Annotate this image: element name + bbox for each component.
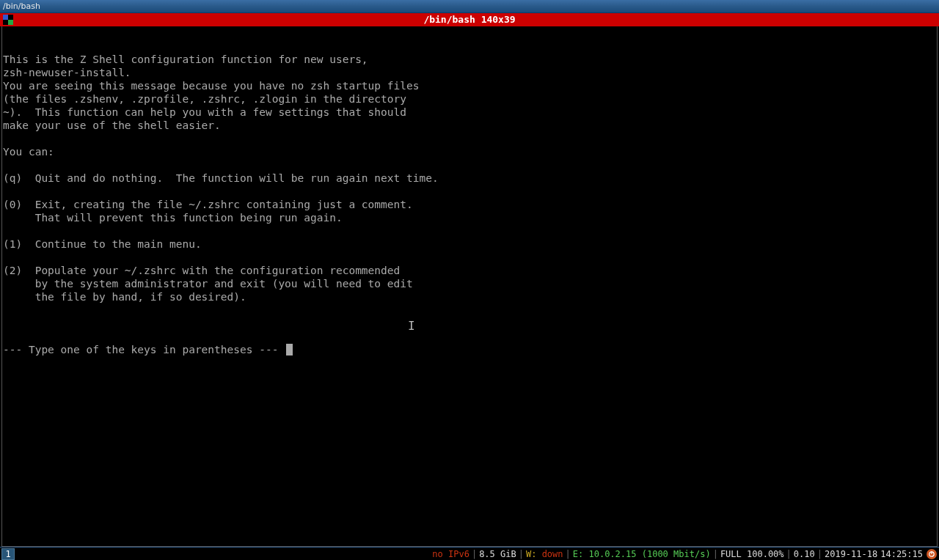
terminal-cursor — [286, 344, 293, 355]
terminal-prompt-line: --- Type one of the keys in parentheses … — [3, 343, 937, 356]
terminal-line: (q) Quit and do nothing. The function wi… — [3, 172, 937, 185]
status-date: 2019-11-18 — [823, 549, 879, 559]
terminal-line: You are seeing this message because you … — [3, 79, 937, 92]
terminal-line — [3, 185, 937, 198]
terminal-line: (1) Continue to the main menu. — [3, 237, 937, 251]
terminal-output: This is the Z Shell configuration functi… — [3, 53, 937, 317]
terminal-line: make your use of the shell easier. — [3, 119, 937, 132]
terminal-line: the file by hand, if so desired). — [3, 290, 937, 303]
statusbar: 1 no IPv6 | 8.5 GiB | W: down | E: 10.0.… — [0, 547, 939, 560]
svg-rect-3 — [3, 20, 8, 25]
terminal[interactable]: This is the Z Shell configuration functi… — [1, 26, 938, 547]
status-time: 14:25:15 — [879, 549, 924, 559]
terminal-app-icon — [1, 13, 15, 26]
svg-rect-2 — [8, 15, 13, 20]
terminal-line: ~). This function can help you with a fe… — [3, 106, 937, 119]
terminal-line — [3, 158, 937, 172]
status-disk: FULL 100.00% — [719, 549, 786, 559]
status-memory: 8.5 GiB — [478, 549, 518, 559]
status-load: 0.10 — [792, 549, 816, 559]
power-icon[interactable] — [927, 549, 937, 559]
terminal-line — [3, 251, 937, 264]
terminal-line: This is the Z Shell configuration functi… — [3, 53, 937, 66]
terminal-line: by the system administrator and exit (yo… — [3, 277, 937, 290]
terminal-titlebar[interactable]: /bin/bash 140x39 — [0, 13, 939, 26]
workspace-button-1[interactable]: 1 — [1, 548, 15, 560]
mouse-text-cursor: I — [408, 320, 415, 333]
status-ipv6: no IPv6 — [431, 549, 471, 559]
terminal-prompt: --- Type one of the keys in parentheses … — [3, 344, 285, 355]
window-title: /bin/bash — [3, 1, 40, 11]
terminal-title: /bin/bash 140x39 — [15, 13, 924, 26]
status-eth: E: 10.0.2.15 (1000 Mbit/s) — [571, 549, 712, 559]
status-wlan: W: down — [525, 549, 565, 559]
terminal-line: zsh-newuser-install. — [3, 66, 937, 79]
terminal-container: This is the Z Shell configuration functi… — [0, 26, 939, 547]
terminal-line: (0) Exit, creating the file ~/.zshrc con… — [3, 198, 937, 211]
terminal-line — [3, 224, 937, 237]
terminal-line: You can: — [3, 145, 937, 158]
terminal-line — [3, 303, 937, 317]
terminal-line: (the files .zshenv, .zprofile, .zshrc, .… — [3, 92, 937, 106]
terminal-line: That will prevent this function being ru… — [3, 211, 937, 224]
terminal-line: (2) Populate your ~/.zshrc with the conf… — [3, 264, 937, 277]
window-titlebar[interactable]: /bin/bash — [0, 0, 939, 13]
terminal-line — [3, 132, 937, 145]
svg-rect-0 — [3, 15, 8, 20]
svg-rect-1 — [8, 20, 13, 25]
